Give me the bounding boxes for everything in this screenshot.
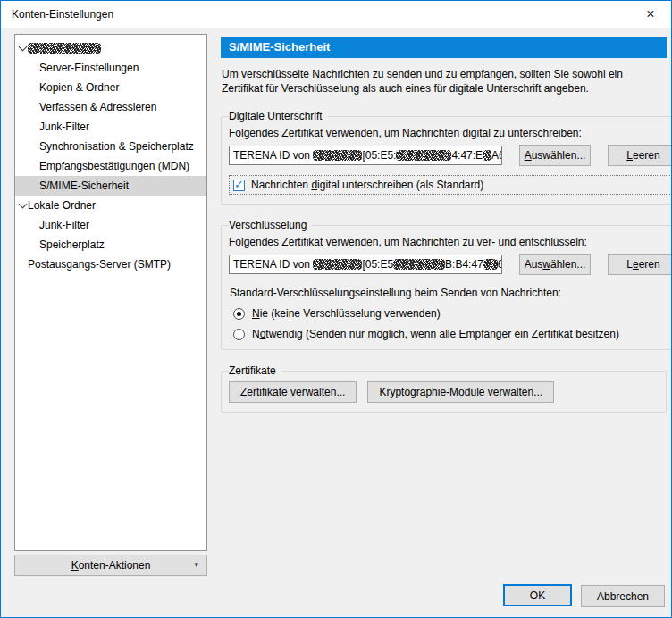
- default-encryption-label: Standard-Verschlüsselungseinstellung bei…: [230, 287, 672, 299]
- close-icon[interactable]: ×: [641, 5, 660, 23]
- panel-header: S/MIME-Sicherheit: [221, 37, 667, 58]
- tree-item-label: Server-Einstellungen: [39, 62, 139, 74]
- tree-item-label: Junk-Filter: [39, 219, 89, 231]
- group-certificates: Zertifikate Zertifikate verwalten... Kry…: [221, 364, 667, 413]
- tree-item-composition-addressing[interactable]: Verfassen & Adressieren: [15, 97, 206, 117]
- tree-item-local-folders[interactable]: Lokale Ordner: [15, 196, 206, 215]
- signing-cert-label: Folgendes Zertifikat verwenden, um Nachr…: [229, 127, 672, 139]
- sign-by-default-row[interactable]: ✓ Nachrichten digital unterschreiben (al…: [229, 175, 672, 195]
- account-actions-label: Konten-Aktionen: [71, 559, 151, 572]
- chevron-down-icon[interactable]: [19, 43, 28, 52]
- dropdown-caret-icon: ▾: [194, 560, 198, 569]
- titlebar: Konten-Einstellungen ×: [1, 1, 671, 28]
- tree-item-label: Synchronisation & Speicherplatz: [39, 140, 194, 153]
- redacted-text: [313, 150, 362, 161]
- sign-by-default-label: Nachrichten digital unterschreiben (als …: [251, 179, 483, 191]
- encryption-cert-field[interactable]: TERENA ID von [05:E5B:B4:476: [229, 255, 502, 274]
- radio-selected-icon[interactable]: [233, 308, 245, 320]
- redacted-text: [483, 259, 498, 270]
- group-digital-signing: Digitale Unterschrift Folgendes Zertifik…: [221, 110, 672, 205]
- cancel-button[interactable]: Abbrechen: [581, 585, 665, 607]
- redacted-text: [483, 150, 491, 161]
- chevron-down-icon[interactable]: [19, 200, 28, 209]
- tree-item-label: Junk-Filter: [39, 121, 89, 133]
- tree-item-label: Postausgangs-Server (SMTP): [28, 258, 171, 271]
- smime-panel: S/MIME-Sicherheit Um verschlüsselte Nach…: [221, 37, 667, 413]
- radio-required-label: Notwendig (Senden nur möglich, wenn alle…: [252, 328, 619, 340]
- dialog-footer: OK Abbrechen: [503, 584, 665, 607]
- checkbox-checked-icon[interactable]: ✓: [233, 180, 245, 191]
- group-digital-signing-label: Digitale Unterschrift: [229, 110, 328, 122]
- tree-item-account[interactable]: [15, 38, 206, 58]
- manage-certificates-button[interactable]: Zertifikate verwalten...: [229, 381, 357, 403]
- tree-item-label: Verfassen & Adressieren: [39, 101, 156, 113]
- tree-item-local-storage[interactable]: Speicherplatz: [15, 235, 206, 255]
- radio-never-row[interactable]: Nie (keine Verschlüsselung verwenden): [229, 307, 672, 320]
- group-encryption-label: Verschlüsselung: [229, 219, 312, 231]
- tree-item-smime-security[interactable]: S/MIME-Sicherheit: [15, 176, 206, 196]
- window-title: Konten-Einstellungen: [12, 8, 113, 21]
- ok-button[interactable]: OK: [503, 584, 572, 606]
- radio-unselected-icon[interactable]: [233, 329, 245, 340]
- cert-text: TERENA ID von: [233, 258, 313, 271]
- tree-item-label: S/MIME-Sicherheit: [39, 180, 129, 192]
- cert-text: 4:47:E: [451, 149, 483, 162]
- group-certificates-label: Zertifikate: [229, 364, 281, 377]
- tree-item-server-settings[interactable]: Server-Einstellungen: [15, 58, 206, 78]
- tree-item-local-junk-filter[interactable]: Junk-Filter: [15, 215, 206, 235]
- redacted-text: [393, 259, 445, 270]
- tree-item-label: Speicherplatz: [39, 238, 105, 251]
- radio-required-row[interactable]: Notwendig (Senden nur möglich, wenn alle…: [229, 328, 672, 340]
- tree-item-copies-folders[interactable]: Kopien & Ordner: [15, 78, 206, 97]
- tree-item-label: Empfangsbestätigungen (MDN): [39, 160, 189, 172]
- cert-text: 6: [498, 258, 502, 271]
- tree-item-return-receipts[interactable]: Empfangsbestätigungen (MDN): [15, 156, 206, 176]
- tree-item-outgoing-server[interactable]: Postausgangs-Server (SMTP): [15, 255, 206, 274]
- account-actions-button[interactable]: Konten-Aktionen ▾: [14, 555, 207, 576]
- radio-never-label: Nie (keine Verschlüsselung verwenden): [252, 307, 441, 320]
- signing-cert-field[interactable]: TERENA ID von [05:E5:4:47:EA6: [229, 146, 502, 165]
- tree-item-sync-storage[interactable]: Synchronisation & Speicherplatz: [15, 137, 206, 156]
- group-encryption: Verschlüsselung Folgendes Zertifikat ver…: [221, 219, 672, 350]
- tree-item-label: Kopien & Ordner: [39, 81, 119, 94]
- settings-tree: Server-Einstellungen Kopien & Ordner Ver…: [14, 34, 207, 551]
- signing-select-button[interactable]: Auswählen...: [519, 145, 591, 166]
- signing-clear-button[interactable]: Leeren: [608, 145, 672, 166]
- redacted-text: [396, 150, 451, 161]
- encryption-clear-button[interactable]: Leeren: [608, 254, 672, 275]
- cert-text: TERENA ID von: [233, 149, 313, 162]
- cert-text: B:B4:47: [445, 258, 483, 271]
- manage-crypto-modules-button[interactable]: Kryptographie-Module verwalten...: [367, 381, 554, 403]
- encryption-select-button[interactable]: Auswählen...: [519, 254, 591, 275]
- redacted-account-name: [28, 43, 101, 54]
- tree-item-label: Lokale Ordner: [28, 199, 96, 212]
- intro-text: Um verschlüsselte Nachrichten zu senden …: [222, 67, 666, 96]
- cert-text: [05:E5:: [362, 149, 396, 162]
- tree-item-junk-filter[interactable]: Junk-Filter: [15, 117, 206, 137]
- redacted-text: [313, 259, 362, 270]
- account-settings-dialog: Konten-Einstellungen × Server-Einstellun…: [0, 0, 672, 618]
- cert-text: A6: [491, 149, 502, 162]
- checkmark-icon: ✓: [234, 178, 244, 191]
- encryption-cert-label: Folgendes Zertifikat verwenden, um Nachr…: [229, 236, 672, 248]
- cert-text: [05:E5: [362, 258, 393, 271]
